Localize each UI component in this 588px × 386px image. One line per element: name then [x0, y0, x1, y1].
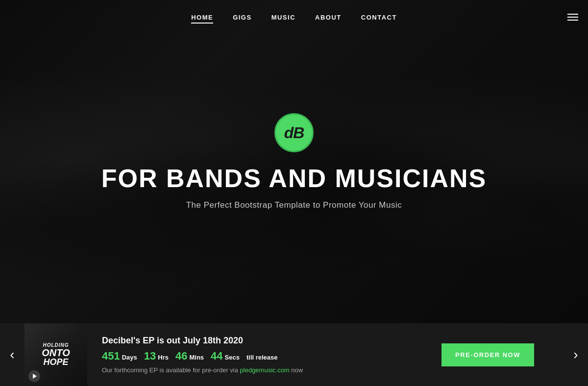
ep-description: Our forthcoming EP is available for pre-… — [102, 366, 427, 374]
hero-title: FOR BANDS AND MUSICIANS — [98, 165, 490, 193]
countdown-mins-num: 46 — [175, 350, 187, 362]
album-thumbnail: Holding onto Hope — [24, 323, 87, 386]
hero-subtitle: The Perfect Bootstrap Template to Promot… — [98, 200, 490, 210]
nav-links: HOME GIGS MUSIC ABOUT CONTACT — [191, 13, 397, 22]
nav-link-home[interactable]: HOME — [191, 11, 213, 24]
hamburger-line-1 — [567, 14, 578, 15]
countdown-hrs-label: Hrs — [158, 354, 169, 361]
ep-desc-pre: Our forthcoming EP is available for pre-… — [102, 366, 240, 374]
hamburger-line-2 — [567, 17, 578, 18]
hero-section: HOME GIGS MUSIC ABOUT CONTACT dB FOR BA — [0, 0, 588, 323]
next-button[interactable]: › — [564, 323, 588, 386]
countdown-secs-label: Secs — [225, 354, 240, 361]
bottom-bar: ‹ Holding onto Hope Decibel's EP is out … — [0, 323, 588, 386]
hamburger-line-3 — [567, 20, 578, 21]
nav-item-contact[interactable]: CONTACT — [361, 13, 397, 22]
hamburger-menu-icon[interactable] — [567, 14, 578, 21]
ep-title: Decibel's EP is out July 18th 2020 — [102, 336, 427, 346]
logo-text: dB — [284, 123, 304, 142]
nav-item-about[interactable]: ABOUT — [315, 13, 342, 22]
countdown-days-num: 451 — [102, 350, 120, 362]
pledgemusic-link[interactable]: pledgemusic.com — [240, 366, 290, 374]
play-button-overlay[interactable] — [28, 370, 40, 382]
logo-circle: dB — [274, 113, 314, 152]
nav-item-gigs[interactable]: GIGS — [233, 13, 252, 22]
nav-link-music[interactable]: MUSIC — [271, 11, 295, 24]
nav-link-about[interactable]: ABOUT — [315, 11, 342, 24]
nav-item-home[interactable]: HOME — [191, 13, 213, 22]
ep-desc-post: now — [290, 366, 303, 374]
countdown-secs-num: 44 — [211, 350, 222, 362]
hero-content: dB FOR BANDS AND MUSICIANS The Perfect B… — [98, 113, 490, 210]
play-icon — [33, 374, 37, 379]
ep-info: Decibel's EP is out July 18th 2020 451 D… — [87, 336, 441, 374]
countdown-mins-label: Mins — [189, 354, 204, 361]
nav-link-gigs[interactable]: GIGS — [233, 11, 252, 24]
prev-button[interactable]: ‹ — [0, 323, 24, 386]
nav-link-contact[interactable]: CONTACT — [361, 11, 397, 24]
album-line2: onto — [42, 348, 70, 358]
nav-item-music[interactable]: MUSIC — [271, 13, 295, 22]
preorder-button[interactable]: PRE-ORDER NOW — [441, 343, 534, 366]
countdown-suffix: till release — [246, 354, 278, 361]
countdown: 451 Days 13 Hrs 46 Mins 44 Secs till rel… — [102, 350, 427, 362]
main-navigation: HOME GIGS MUSIC ABOUT CONTACT — [0, 0, 588, 34]
countdown-days-label: Days — [122, 354, 137, 361]
album-line3: Hope — [43, 358, 68, 366]
countdown-hrs-num: 13 — [144, 350, 156, 362]
